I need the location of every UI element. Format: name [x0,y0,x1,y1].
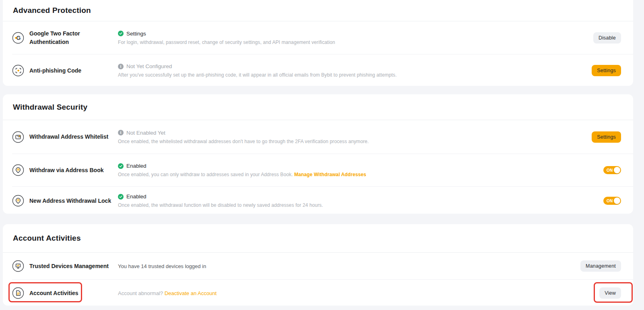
row-label: Anti-phishing Code [29,67,118,75]
svg-text:G: G [17,35,21,41]
status-text: Not Enabled Yet [126,130,165,136]
row-label: Google Two Factor Authentication [29,29,118,46]
row-withdraw-via-address-book: $ Withdraw via Address Book Enabled Once… [3,154,633,186]
info-circle-icon: i [118,130,124,135]
row-new-address-withdrawal-lock: N New Address Withdrawal Lock Enabled On… [3,187,633,215]
section-title-withdrawal-security: Withdrawal Security [13,103,87,112]
new-address-lock-toggle[interactable]: ON [603,197,621,205]
row-anti-phishing: Anti-phishing Code i Not Yet Configured … [3,54,633,87]
row-description: After you've successfully set up the ant… [118,72,592,78]
withdrawal-security-card: Withdrawal Security Withdrawal Address W… [3,94,633,214]
status-line: Settings [118,31,593,37]
row-description: Once enabled, you can only withdraw to a… [118,172,603,177]
row-label: Trusted Devices Management [29,262,118,270]
trusted-devices-icon [12,260,24,272]
toggle-knob [614,198,620,204]
check-circle-icon [118,194,124,200]
anti-phishing-settings-button[interactable]: Settings [592,65,621,76]
svg-text:$: $ [17,169,19,171]
advanced-protection-card: Advanced Protection G Google Two Factor … [3,0,633,86]
row-description: Once enabled, the whitelisted withdrawal… [118,139,592,144]
row-label: New Address Withdrawal Lock [29,197,118,205]
row-google-two-factor: G Google Two Factor Authentication Setti… [3,21,633,54]
row-description: Once enabled, the withdrawal function wi… [118,202,603,208]
management-button[interactable]: Management [580,260,621,272]
toggle-knob [614,167,620,173]
status-text: Not Yet Configured [126,63,172,69]
row-withdrawal-whitelist: Withdrawal Address Whitelist i Not Enabl… [3,120,633,154]
whitelist-settings-button[interactable]: Settings [592,131,621,143]
new-address-lock-pin-icon: N [12,195,24,207]
row-description: For login, withdrawal, password reset, c… [118,40,593,45]
address-book-toggle[interactable]: ON [603,166,621,174]
info-circle-icon: i [118,64,124,69]
account-activities-icon [12,287,24,299]
row-label: Account Activities [29,289,118,297]
status-line: Enabled [118,163,603,169]
google-two-factor-icon: G [12,32,24,44]
row-label: Withdraw via Address Book [29,166,118,174]
account-abnormal-text: Account abnormal? Deactivate an Account [118,290,599,296]
withdrawal-whitelist-icon [12,131,24,143]
status-line: i Not Enabled Yet [118,130,592,136]
security-settings-page: Advanced Protection G Google Two Factor … [0,0,644,310]
row-label: Withdrawal Address Whitelist [29,133,118,141]
svg-text:N: N [17,199,19,202]
view-button[interactable]: View [599,287,621,299]
address-book-pin-icon: $ [12,164,24,176]
section-title-account-activities: Account Activities [13,234,81,243]
anti-phishing-icon [12,64,24,77]
check-circle-icon [118,31,124,36]
section-title-advanced-protection: Advanced Protection [13,6,91,15]
disable-button[interactable]: Disable [593,32,621,44]
status-text: Enabled [126,163,147,169]
status-line: Enabled [118,193,603,200]
check-circle-icon [118,163,124,169]
trusted-devices-count-text: You have 14 trusted devices logged in [118,263,580,269]
manage-withdrawal-addresses-link[interactable]: Manage Withdrawal Addresses [294,172,366,177]
row-trusted-devices: Trusted Devices Management You have 14 t… [3,253,633,279]
deactivate-account-link[interactable]: Deactivate an Account [165,290,217,296]
status-line: i Not Yet Configured [118,63,592,69]
account-activities-card: Account Activities Trusted Devices Manag… [3,224,633,306]
status-text: Settings [126,31,146,37]
status-text: Enabled [126,193,147,200]
row-account-activities: Account Activities Account abnormal? Dea… [3,280,633,306]
